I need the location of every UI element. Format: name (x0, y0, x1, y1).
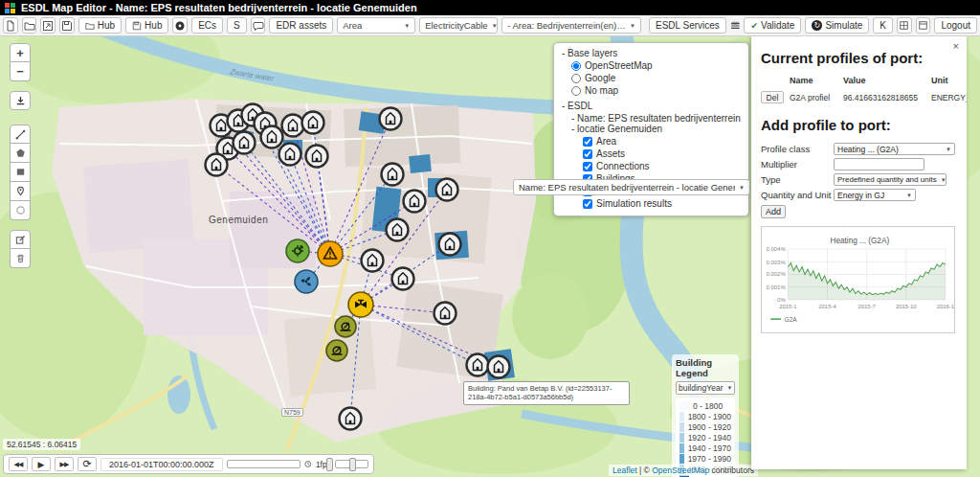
asset-type-select[interactable]: ElectricityCable ▼ (419, 17, 498, 34)
play-button[interactable]: ▶ (32, 457, 51, 471)
quantity-unit-select[interactable]: Energy in GJ ▼ (834, 189, 916, 201)
zoom-out-button[interactable]: − (10, 62, 31, 81)
building-year-select[interactable]: buildingYear ▼ (676, 381, 735, 395)
fps-slider-handle[interactable] (349, 458, 356, 471)
map-marker-pump[interactable] (335, 316, 356, 337)
map-marker-building[interactable] (362, 250, 384, 272)
map-marker-building[interactable] (467, 354, 489, 376)
save-hub-button[interactable]: Hub (125, 17, 168, 34)
layer-simulation-results[interactable]: Simulation results (583, 198, 741, 209)
map-marker-building[interactable] (234, 132, 256, 154)
radio-openstreetmap[interactable] (571, 61, 581, 71)
info-button[interactable] (172, 17, 188, 34)
edr-assets-label: EDR assets (276, 20, 326, 31)
checkbox-area[interactable] (583, 137, 592, 147)
ecs-button[interactable]: ECs (191, 17, 223, 34)
esdl-name-select[interactable]: Name: EPS resultaten bedrijventerrein - … (513, 179, 750, 195)
base-layer-openstreetmap[interactable]: OpenStreetMap (571, 60, 741, 71)
save-icon (61, 20, 73, 32)
fps-slider[interactable] (335, 460, 368, 468)
window-view-button[interactable] (916, 17, 931, 34)
delete-layers-button[interactable] (10, 249, 31, 268)
fast-forward-button[interactable]: ▶▶ (55, 457, 74, 471)
draw-polygon-button[interactable] (10, 144, 31, 163)
download-button[interactable] (10, 91, 31, 110)
radio-google[interactable] (571, 74, 581, 83)
s-button[interactable]: S (227, 17, 247, 34)
map-marker-building[interactable] (439, 234, 461, 256)
area-type-value: Area (343, 20, 362, 31)
chat-button[interactable] (251, 17, 266, 34)
map-marker-building[interactable] (261, 126, 283, 148)
osm-link[interactable]: OpenStreetMap (652, 466, 709, 475)
map-marker-building[interactable] (436, 179, 458, 201)
map-marker-building[interactable] (404, 191, 426, 213)
checkbox-assets[interactable] (583, 149, 592, 159)
zoom-in-button[interactable]: + (10, 43, 31, 62)
map-marker-building[interactable] (434, 303, 457, 325)
checkbox-connections[interactable] (583, 162, 592, 171)
leaflet-link[interactable]: Leaflet (612, 466, 637, 475)
grid-view-button[interactable] (897, 17, 912, 34)
chevron-down-icon: ▼ (941, 177, 947, 183)
area-info-select[interactable]: - Area: Bedrijventerrein(en): ZEVENHONT … (501, 17, 641, 34)
open-hub-button[interactable]: Hub (78, 17, 122, 34)
edit-layers-button[interactable] (10, 230, 31, 249)
map-marker-building[interactable] (206, 154, 228, 176)
layer-connections[interactable]: Connections (583, 161, 741, 171)
map-marker-building[interactable] (302, 112, 324, 134)
map-marker-producer[interactable] (286, 239, 309, 262)
k-button[interactable]: K (873, 17, 893, 34)
map-marker-building[interactable] (306, 146, 328, 168)
map-marker-building[interactable] (340, 408, 362, 430)
type-select[interactable]: Predefined quantity and units ▼ (834, 173, 947, 186)
profile-class-row: Profile class Heating ... (G2A) ▼ (761, 143, 957, 155)
radio-nomap[interactable] (571, 86, 581, 96)
map-marker-warning[interactable] (318, 241, 343, 266)
map-marker-building[interactable] (387, 219, 409, 241)
open-file-button[interactable] (22, 17, 37, 34)
map-marker-building[interactable] (380, 108, 402, 130)
multiplier-input[interactable] (834, 158, 924, 170)
time-slider[interactable] (227, 460, 301, 468)
map-marker-building[interactable] (392, 268, 414, 290)
ecs-label: ECs (198, 20, 216, 31)
esdl-services-button[interactable]: ESDL Services (649, 17, 726, 34)
simulate-button[interactable]: ↻ Simulate (805, 17, 869, 34)
chevron-down-icon: ▼ (946, 147, 951, 152)
layer-area[interactable]: Area (583, 136, 741, 147)
new-file-button[interactable] (3, 17, 18, 34)
map-marker-building[interactable] (282, 115, 304, 137)
import-export-button[interactable] (40, 17, 56, 34)
validate-button[interactable]: ✔ Validate (744, 17, 801, 34)
building-year-value: buildingYear (679, 383, 723, 393)
add-profile-button[interactable]: Add (761, 205, 786, 218)
polyline-icon (15, 129, 26, 140)
rewind-button[interactable]: ◀◀ (9, 457, 28, 471)
base-layer-google[interactable]: Google (571, 73, 741, 83)
draw-marker-button[interactable] (10, 182, 31, 201)
layers-stack-icon[interactable] (730, 20, 741, 32)
draw-polyline-button[interactable] (10, 125, 31, 144)
map-marker-building[interactable] (488, 356, 510, 378)
base-layer-nomap[interactable]: No map (571, 85, 741, 96)
map-marker-building[interactable] (279, 144, 301, 166)
logout-button[interactable]: Logout (934, 17, 977, 34)
map-marker-building[interactable] (382, 164, 404, 186)
delete-profile-button[interactable]: Del (761, 91, 784, 103)
map-marker-fan[interactable] (295, 270, 318, 293)
save-button[interactable] (59, 17, 75, 34)
edr-assets-button[interactable]: EDR assets (269, 17, 333, 34)
layer-assets[interactable]: Assets (583, 148, 741, 159)
time-slider-handle[interactable] (326, 458, 333, 471)
profile-class-select[interactable]: Heating ... (G2A) ▼ (834, 143, 955, 155)
draw-circle-button[interactable] (10, 201, 31, 220)
refresh-icon[interactable]: ⟳ (78, 457, 97, 471)
checkbox-simulation-results[interactable] (583, 199, 592, 209)
area-type-select[interactable]: Area ▼ (337, 17, 415, 34)
map-marker-pump[interactable] (326, 340, 347, 361)
draw-rectangle-button[interactable] (10, 163, 31, 182)
highlighted-building[interactable] (409, 154, 432, 173)
map-marker-valve[interactable] (348, 292, 373, 317)
close-icon[interactable]: × (953, 40, 959, 52)
